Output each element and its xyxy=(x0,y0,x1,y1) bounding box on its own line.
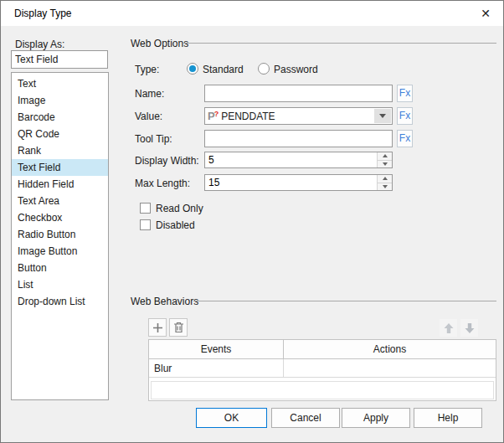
disabled-label: Disabled xyxy=(156,219,195,231)
title-bar: Display Type ✕ xyxy=(1,1,503,26)
type-label: Type: xyxy=(135,64,159,75)
spin-up-icon[interactable] xyxy=(378,175,392,183)
list-item[interactable]: Image Button xyxy=(12,243,108,260)
chevron-down-icon[interactable] xyxy=(374,109,391,123)
spin-up-icon[interactable] xyxy=(378,152,392,160)
parameter-icon: P? xyxy=(208,111,219,121)
list-item[interactable]: List xyxy=(12,276,108,293)
tooltip-label: Tool Tip: xyxy=(135,133,172,145)
delete-behavior-button[interactable] xyxy=(169,318,188,337)
web-behaviors-group-label: Web Behaviors xyxy=(131,296,198,307)
value-formula-button[interactable]: Fx xyxy=(397,107,413,125)
display-as-field[interactable] xyxy=(11,50,108,69)
list-item[interactable]: QR Code xyxy=(12,126,108,142)
list-item[interactable]: Radio Button xyxy=(12,226,108,243)
dialog-title: Display Type xyxy=(14,8,71,19)
name-label: Name: xyxy=(135,88,164,100)
list-item[interactable]: Rank xyxy=(12,142,108,159)
name-field[interactable] xyxy=(204,85,393,102)
events-column-header: Events xyxy=(149,340,284,358)
value-label: Value: xyxy=(135,111,162,122)
display-as-list[interactable]: TextImageBarcodeQR CodeRankText FieldHid… xyxy=(11,72,109,400)
tooltip-formula-button[interactable]: Fx xyxy=(397,130,413,147)
behaviors-table-body: Blur xyxy=(149,359,496,378)
list-item[interactable]: Drop-down List xyxy=(12,293,108,310)
max-length-stepper[interactable] xyxy=(204,174,393,191)
password-radio-label: Password xyxy=(274,64,318,75)
list-item[interactable]: Hidden Field xyxy=(12,176,108,193)
list-item[interactable]: Text Field xyxy=(12,159,108,176)
table-row[interactable]: Blur xyxy=(149,359,496,378)
display-width-field[interactable] xyxy=(205,152,375,167)
name-formula-button[interactable]: Fx xyxy=(397,85,413,102)
apply-button[interactable]: Apply xyxy=(342,408,410,428)
behaviors-empty-row[interactable] xyxy=(151,381,494,399)
list-item[interactable]: Text Area xyxy=(12,193,108,209)
actions-column-header: Actions xyxy=(284,340,496,358)
spin-down-icon[interactable] xyxy=(378,160,392,168)
cancel-button[interactable]: Cancel xyxy=(271,408,340,428)
display-width-stepper[interactable] xyxy=(204,152,393,168)
behaviors-table: Events Actions Blur xyxy=(148,339,496,401)
value-combobox[interactable]: P? PENDDATE xyxy=(204,107,393,125)
add-behavior-button[interactable] xyxy=(148,318,167,337)
standard-radio-label: Standard xyxy=(203,64,244,75)
display-width-label: Display Width: xyxy=(135,155,199,167)
arrow-up-icon xyxy=(443,322,455,334)
action-cell[interactable] xyxy=(284,359,496,377)
event-cell[interactable]: Blur xyxy=(149,359,284,377)
display-type-dialog: Display Type ✕ Display As: TextImageBarc… xyxy=(0,0,504,443)
standard-radio[interactable] xyxy=(187,63,198,75)
web-behaviors-divider xyxy=(193,301,496,301)
web-options-divider xyxy=(183,43,496,44)
list-item[interactable]: Image xyxy=(12,92,108,109)
arrow-down-icon xyxy=(464,322,476,334)
max-length-field[interactable] xyxy=(205,175,375,190)
display-as-label: Display As: xyxy=(15,39,64,50)
behaviors-table-header: Events Actions xyxy=(149,340,496,359)
plus-icon xyxy=(152,322,163,333)
web-options-group-label: Web Options xyxy=(131,38,188,49)
list-item[interactable]: Barcode xyxy=(12,109,108,126)
list-item[interactable]: Checkbox xyxy=(12,209,108,226)
help-button[interactable]: Help xyxy=(414,408,482,428)
spin-down-icon[interactable] xyxy=(378,183,392,191)
max-length-label: Max Length: xyxy=(135,178,190,189)
move-up-button[interactable] xyxy=(440,319,457,337)
disabled-checkbox[interactable] xyxy=(140,219,151,230)
move-down-button[interactable] xyxy=(460,319,478,337)
read-only-label: Read Only xyxy=(156,203,203,214)
ok-button[interactable]: OK xyxy=(196,408,267,428)
value-selected-option: PENDDATE xyxy=(221,111,275,122)
close-icon[interactable]: ✕ xyxy=(476,4,496,23)
password-radio[interactable] xyxy=(258,63,270,75)
list-item[interactable]: Button xyxy=(12,260,108,276)
tooltip-field[interactable] xyxy=(204,130,393,147)
trash-icon xyxy=(173,322,184,333)
read-only-checkbox[interactable] xyxy=(140,203,151,214)
list-item[interactable]: Text xyxy=(12,75,108,92)
